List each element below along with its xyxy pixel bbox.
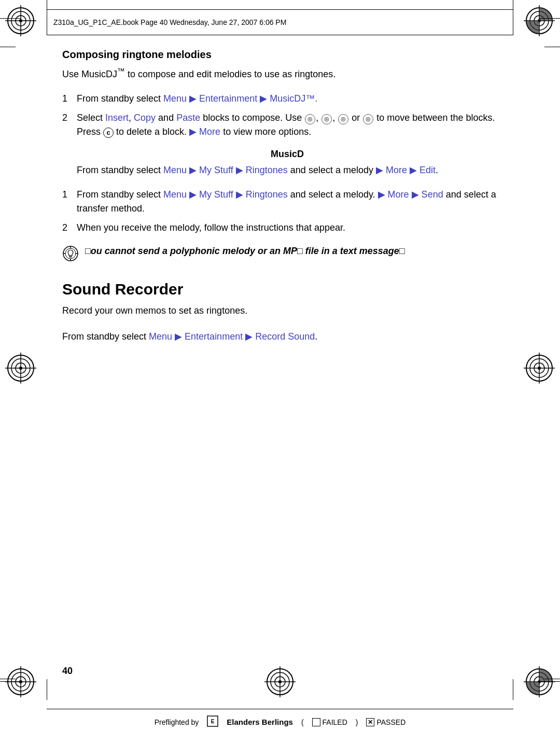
- page-number: 40: [62, 666, 73, 677]
- trim-mark: [539, 18, 560, 19]
- trim-mark: [0, 679, 16, 679]
- failed-checkbox-box: [312, 718, 320, 726]
- action-copy: Copy: [134, 113, 156, 123]
- list-item: 1 From standby select Menu ▶ Entertainme…: [62, 92, 498, 106]
- passed-label: PASSED: [376, 718, 405, 726]
- step-content: When you receive the melody, follow the …: [77, 221, 498, 235]
- step-number: 1: [62, 92, 77, 106]
- reg-mark-mid-left: [5, 353, 36, 384]
- reg-mark-bottom-left: [5, 666, 36, 697]
- list-item: 2 When you receive the melody, follow th…: [62, 221, 498, 235]
- tip-icon: [62, 245, 81, 266]
- c-key: c: [103, 128, 114, 138]
- share-more-send: ▶ More ▶ Send: [378, 189, 443, 200]
- menu-path: Menu ▶ Entertainment ▶ MusicDJ™.: [163, 93, 317, 104]
- nav-icon-down: ◎: [321, 114, 332, 124]
- trim-mark: [0, 18, 21, 19]
- separator2: ): [356, 718, 358, 726]
- company-logo-icon: E: [207, 715, 218, 728]
- reg-mark-mid-right: [524, 353, 555, 384]
- composing-section: Composing ringtone melodies Use MusicDJ™…: [62, 47, 498, 177]
- failed-label: FAILED: [323, 718, 347, 726]
- header-text: Z310a_UG_P1C_AE.book Page 40 Wednesday, …: [53, 18, 286, 26]
- musicd-menu-path: Menu ▶ My Stuff ▶ Ringtones: [163, 165, 288, 175]
- trim-mark: [47, 679, 47, 700]
- list-item: 1 From standby select Menu ▶ My Stuff ▶ …: [62, 188, 498, 216]
- step-number: 1: [62, 188, 77, 216]
- tip-box: □ou cannot send a polyphonic melody or a…: [62, 244, 498, 266]
- nav-icon-up: ◎: [305, 114, 315, 124]
- sharing-section: 1 From standby select Menu ▶ My Stuff ▶ …: [62, 188, 498, 235]
- passed-checkbox-box: ✕: [366, 718, 374, 726]
- step-number: 2: [62, 221, 77, 235]
- reg-mark-bottom-right: [524, 666, 555, 697]
- musicd-text: From standby select Menu ▶ My Stuff ▶ Ri…: [77, 163, 498, 177]
- failed-checkbox: FAILED: [312, 718, 347, 726]
- tip-text: □ou cannot send a polyphonic melody or a…: [85, 244, 405, 258]
- step-content: From standby select Menu ▶ My Stuff ▶ Ri…: [77, 188, 498, 216]
- sound-recorder-menu-path: Menu ▶ Entertainment ▶ Record Sound: [149, 331, 315, 342]
- step-content: From standby select Menu ▶ Entertainment…: [77, 92, 498, 106]
- musicd-more-edit: ▶ More ▶ Edit: [376, 165, 436, 175]
- share-menu-path: Menu ▶ My Stuff ▶ Ringtones: [163, 189, 288, 200]
- nav-icon-right: ◎: [363, 114, 373, 124]
- step-number: 2: [62, 111, 77, 139]
- sharing-steps-list: 1 From standby select Menu ▶ My Stuff ▶ …: [62, 188, 498, 235]
- composing-section-subtitle: Use MusicDJ™ to compose and edit melodie…: [62, 65, 498, 81]
- composing-steps-list: 1 From standby select Menu ▶ Entertainme…: [62, 92, 498, 139]
- passed-checkbox: ✕ PASSED: [366, 718, 405, 726]
- main-content: Composing ringtone melodies Use MusicDJ™…: [62, 47, 498, 677]
- trim-mark: [0, 47, 16, 47]
- trim-mark: [544, 47, 560, 47]
- sound-recorder-title: Sound Recorder: [62, 277, 498, 301]
- sound-recorder-subtitle: Record your own memos to set as ringtone…: [62, 304, 498, 318]
- action-paste: Paste: [176, 113, 200, 123]
- composing-section-title: Composing ringtone melodies: [62, 47, 498, 62]
- trim-mark: [539, 681, 560, 682]
- bottom-bar: Preflighted by E Elanders Berlings ( FAI…: [47, 709, 513, 735]
- header-bar: Z310a_UG_P1C_AE.book Page 40 Wednesday, …: [47, 9, 513, 35]
- svg-text:E: E: [211, 719, 215, 724]
- trim-mark: [0, 681, 21, 682]
- sound-recorder-instructions: From standby select Menu ▶ Entertainment…: [62, 329, 498, 344]
- company-name: Elanders Berlings: [227, 718, 293, 726]
- more-link: ▶ More: [189, 127, 220, 137]
- reg-mark-top-right: [524, 5, 555, 36]
- list-item: 2 Select Insert, Copy and Paste blocks t…: [62, 111, 498, 139]
- trim-mark: [544, 679, 560, 679]
- reg-mark-top-left: [5, 5, 36, 36]
- preflighted-by-text: Preflighted by: [155, 718, 199, 726]
- sound-recorder-section: Sound Recorder Record your own memos to …: [62, 277, 498, 344]
- musicd-subtitle: MusicD: [77, 147, 498, 161]
- step-content: Select Insert, Copy and Paste blocks to …: [77, 111, 498, 139]
- musicd-subsection: MusicD From standby select Menu ▶ My Stu…: [77, 147, 498, 177]
- nav-icon-left: ◎: [338, 114, 348, 124]
- separator: (: [301, 718, 304, 726]
- trim-mark: [513, 679, 513, 700]
- action-insert: Insert: [105, 113, 129, 123]
